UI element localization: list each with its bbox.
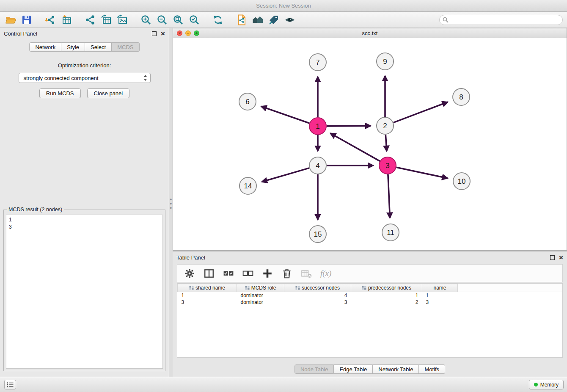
memory-button[interactable]: Memory	[529, 380, 564, 389]
delete-column-button[interactable]	[281, 268, 292, 279]
float-table-panel-icon[interactable]	[550, 255, 555, 260]
mcds-result-list[interactable]: 1 3	[6, 215, 163, 369]
close-window-button[interactable]: ×	[177, 30, 182, 36]
columns-icon	[204, 268, 215, 279]
window-titlebar[interactable]: Session: New Session	[0, 0, 567, 12]
export-image-icon	[117, 14, 128, 25]
table-cell[interactable]: 3	[284, 299, 351, 306]
column-layout-button[interactable]	[204, 268, 215, 279]
column-header-mcds-role[interactable]: MCDS role	[237, 284, 284, 292]
graph-node-14[interactable]: 14	[239, 177, 256, 194]
tab-network-table[interactable]: Network Table	[373, 364, 419, 374]
import-network-button[interactable]	[44, 14, 57, 26]
graph-node-4[interactable]: 4	[309, 157, 326, 174]
select-all-button[interactable]	[223, 268, 234, 279]
zoom-fit-button[interactable]	[172, 14, 184, 26]
save-session-button[interactable]	[20, 14, 33, 26]
deselect-all-button[interactable]	[242, 268, 253, 279]
tab-style[interactable]: Style	[61, 42, 85, 52]
table-cell[interactable]: 1	[422, 292, 458, 299]
tab-mcds[interactable]: MCDS	[112, 42, 139, 52]
graph-edge-3-1[interactable]	[330, 133, 380, 161]
zoom-in-button[interactable]	[140, 14, 152, 26]
column-header-shared-name[interactable]: shared name	[178, 284, 237, 292]
graph-node-10[interactable]: 10	[453, 173, 470, 190]
search-field[interactable]	[439, 15, 563, 25]
graph-node-7[interactable]: 7	[309, 54, 326, 71]
tab-select[interactable]: Select	[85, 42, 112, 52]
graph-edge-3-11[interactable]	[388, 174, 390, 218]
network-window-titlebar[interactable]: × − + scc.txt	[173, 28, 567, 38]
graph-node-2[interactable]: 2	[377, 117, 394, 134]
show-hide-graphics-button[interactable]	[284, 14, 296, 26]
tab-edge-table-label: Edge Table	[339, 366, 367, 373]
graph-edge-4-14[interactable]	[262, 168, 309, 182]
table-row[interactable]: 1dominator411	[178, 292, 563, 299]
table-settings-button[interactable]	[184, 268, 195, 279]
close-panel-button[interactable]: Close panel	[87, 88, 130, 98]
import-table-button[interactable]	[60, 14, 73, 26]
graph-edge-2-3[interactable]	[385, 135, 386, 151]
graph-node-1[interactable]: 1	[309, 118, 326, 135]
export-table-button[interactable]	[100, 14, 113, 26]
column-header-successor-nodes[interactable]: successor nodes	[284, 284, 351, 292]
graph-edge-3-10[interactable]	[396, 167, 448, 178]
main-toolbar	[0, 12, 567, 28]
tab-network[interactable]: Network	[29, 42, 61, 52]
table-cell[interactable]: 1	[351, 292, 422, 299]
tab-network-table-label: Network Table	[378, 366, 413, 373]
style-annotation-button[interactable]	[267, 14, 280, 26]
table-cell[interactable]: 2	[351, 299, 422, 306]
tab-motifs[interactable]: Motifs	[419, 364, 445, 374]
graph-node-8[interactable]: 8	[453, 88, 470, 105]
column-header-predecessor-nodes[interactable]: predecessor nodes	[351, 284, 422, 292]
graph-edge-1-2[interactable]	[327, 126, 371, 126]
splitter-handle[interactable]: ●●●	[170, 197, 172, 210]
minimize-window-button[interactable]: −	[185, 30, 191, 36]
open-session-button[interactable]	[4, 14, 17, 26]
table-cell[interactable]: 3	[422, 299, 458, 306]
graph-edge-1-6[interactable]	[261, 106, 309, 123]
refresh-layout-button[interactable]	[212, 14, 224, 26]
task-history-button[interactable]	[4, 380, 16, 389]
save-floppy-icon	[21, 14, 32, 25]
graph-node-9[interactable]: 9	[377, 53, 394, 70]
float-panel-icon[interactable]	[152, 31, 157, 36]
maximize-window-button[interactable]: +	[194, 30, 199, 36]
search-input[interactable]	[451, 17, 559, 23]
run-mcds-button[interactable]: Run MCDS	[39, 88, 81, 98]
criterion-dropdown[interactable]: strongly connected component	[19, 73, 151, 83]
session-group	[4, 14, 33, 26]
add-column-button[interactable]	[262, 268, 273, 279]
table-cell[interactable]: 1	[178, 292, 237, 299]
export-network-document-button[interactable]	[235, 14, 248, 26]
tab-edge-table[interactable]: Edge Table	[334, 364, 373, 374]
export-image-button[interactable]	[116, 14, 129, 26]
table-toolbar: f(x)	[177, 264, 563, 282]
zoom-out-button[interactable]	[156, 14, 168, 26]
graph-node-15[interactable]: 15	[309, 226, 326, 243]
graph-node-6[interactable]: 6	[239, 93, 256, 110]
status-bar: Memory	[0, 377, 567, 392]
table-cell[interactable]: 4	[284, 292, 351, 299]
network-canvas[interactable]: 7968124314101511	[173, 38, 567, 250]
table-cell[interactable]: dominator	[237, 292, 284, 299]
network-graph[interactable]: 7968124314101511	[173, 38, 567, 250]
network-overview-button[interactable]	[251, 14, 264, 26]
close-table-panel-icon[interactable]: ×	[559, 255, 563, 260]
graph-node-11[interactable]: 11	[382, 224, 399, 241]
delete-table-button[interactable]	[301, 268, 312, 279]
table-cell[interactable]: 3	[178, 299, 237, 306]
zoom-selected-button[interactable]	[188, 14, 201, 26]
table-cell[interactable]: dominator	[237, 299, 284, 306]
graph-node-3[interactable]: 3	[379, 157, 396, 174]
close-panel-icon[interactable]: ×	[161, 31, 165, 36]
function-builder-button[interactable]: f(x)	[320, 268, 331, 279]
new-network-button[interactable]	[84, 14, 96, 26]
graph-edge-2-8[interactable]	[394, 102, 448, 123]
table-row[interactable]: 3dominator323	[178, 299, 563, 306]
tab-node-table[interactable]: Node Table	[295, 364, 334, 374]
column-header-name[interactable]: name	[422, 284, 458, 292]
open-folder-icon	[5, 14, 16, 25]
vertical-splitter[interactable]: ●●●	[169, 28, 173, 377]
